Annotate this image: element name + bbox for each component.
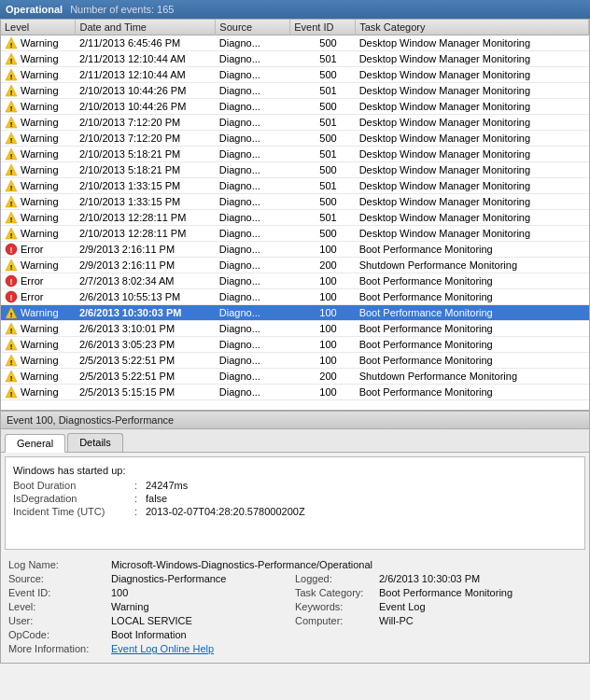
boot-duration-row: Boot Duration : 24247ms [13,480,577,491]
svg-text:!: ! [10,136,13,145]
tab-details[interactable]: Details [67,433,123,452]
log-name-row: Log Name: Microsoft-Windows-Diagnostics-… [8,559,582,570]
table-row[interactable]: !Warning2/10/2013 7:12:20 PMDiagno...501… [1,115,589,131]
level-cell: !Warning [1,67,76,83]
table-row[interactable]: !Warning2/10/2013 5:18:21 PMDiagno...500… [1,162,589,178]
table-row[interactable]: !Warning2/10/2013 12:28:11 PMDiagno...50… [1,210,589,226]
table-body: !Warning2/11/2013 6:45:46 PMDiagno...500… [1,35,589,400]
col-eventid[interactable]: Event ID [290,20,356,35]
table-row[interactable]: !Warning2/6/2013 3:05:23 PMDiagno...100B… [1,337,589,353]
svg-text:!: ! [10,105,13,113]
svg-text:!: ! [10,293,13,302]
datetime-cell: 2/11/2013 12:10:44 AM [76,67,216,83]
event-id-cell: 501 [290,178,356,194]
table-row[interactable]: !Error2/7/2013 8:02:34 AMDiagno...100Boo… [1,273,589,289]
table-row[interactable]: !Warning2/10/2013 12:28:11 PMDiagno...50… [1,226,589,242]
level-cell: !Warning [1,321,76,337]
event-id-cell: 500 [290,162,356,178]
table-row[interactable]: !Warning2/5/2013 5:22:51 PMDiagno...200S… [1,369,589,385]
event-id-cell: 501 [290,210,356,226]
svg-text:!: ! [10,343,13,351]
level-text: Warning [21,259,59,271]
svg-text:!: ! [10,89,13,97]
svg-text:!: ! [10,168,13,176]
table-row[interactable]: !Warning2/10/2013 7:12:20 PMDiagno...500… [1,131,589,147]
event-id-cell: 500 [290,35,356,51]
level-cell: !Warning [1,337,76,353]
table-row[interactable]: !Warning2/5/2013 5:22:51 PMDiagno...100B… [1,353,589,369]
level-cell: !Error [1,242,76,258]
datetime-cell: 2/10/2013 12:28:11 PM [76,210,216,226]
more-info-link[interactable]: Event Log Online Help [111,643,582,654]
task-category-label: Task Category: [295,587,379,598]
col-level[interactable]: Level [1,20,76,35]
category-cell: Desktop Window Manager Monitoring [356,99,589,115]
table-row[interactable]: !Warning2/6/2013 3:10:01 PMDiagno...100B… [1,321,589,337]
table-row[interactable]: !Warning2/10/2013 1:33:15 PMDiagno...500… [1,194,589,210]
category-cell: Desktop Window Manager Monitoring [356,51,589,67]
svg-text:!: ! [10,311,13,319]
category-cell: Boot Performance Monitoring [356,321,589,337]
datetime-cell: 2/10/2013 7:12:20 PM [76,131,216,147]
level-col: Level: Warning [8,601,295,612]
level-text: Warning [21,307,59,318]
boot-duration-label: Boot Duration [13,480,134,491]
level-cell: !Error [1,289,76,305]
level-cell: !Warning [1,83,76,99]
incident-time-sep: : [134,506,146,517]
table-row[interactable]: !Warning2/11/2013 12:10:44 AMDiagno...50… [1,67,589,83]
tab-general[interactable]: General [5,434,65,453]
event-id-cell: 100 [290,321,356,337]
table-row[interactable]: !Warning2/5/2013 5:15:15 PMDiagno...100B… [1,385,589,400]
table-row[interactable]: !Warning2/6/2013 10:30:03 PMDiagno...100… [1,305,589,321]
event-table: Level Date and Time Source Event ID Task… [1,20,589,400]
table-row[interactable]: !Warning2/9/2013 2:16:11 PMDiagno...200S… [1,258,589,273]
incident-time-row: Incident Time (UTC) : 2013-02-07T04:28:2… [13,506,577,517]
level-text: Warning [21,37,59,49]
meta-section: Log Name: Microsoft-Windows-Diagnostics-… [1,553,589,663]
table-row[interactable]: !Warning2/10/2013 10:44:26 PMDiagno...50… [1,83,589,99]
task-category-value: Boot Performance Monitoring [379,587,582,598]
event-count-label: Number of events: 165 [70,4,174,15]
level-text: Warning [21,355,59,366]
boot-duration-sep: : [134,480,146,491]
svg-text:!: ! [10,277,13,287]
category-cell: Boot Performance Monitoring [356,289,589,305]
level-cell: !Warning [1,385,76,400]
datetime-cell: 2/6/2013 3:05:23 PM [76,337,216,353]
event-id-cell: 500 [290,226,356,242]
table-row[interactable]: !Error2/6/2013 10:55:13 PMDiagno...100Bo… [1,289,589,305]
source-cell: Diagno... [216,178,290,194]
source-cell: Diagno... [216,258,290,273]
table-row[interactable]: !Warning2/10/2013 1:33:15 PMDiagno...501… [1,178,589,194]
event-id-cell: 200 [290,258,356,273]
table-row[interactable]: !Warning2/11/2013 6:45:46 PMDiagno...500… [1,35,589,51]
table-row[interactable]: !Warning2/10/2013 10:44:26 PMDiagno...50… [1,99,589,115]
col-category[interactable]: Task Category [356,20,589,35]
level-cell: !Warning [1,131,76,147]
isdegradation-value: false [146,493,167,504]
source-logged-row: Source: Diagnostics-Performance Logged: … [8,573,582,584]
computer-col: Computer: Will-PC [295,615,582,626]
datetime-cell: 2/9/2013 2:16:11 PM [76,242,216,258]
table-row[interactable]: !Error2/9/2013 2:16:11 PMDiagno...100Boo… [1,242,589,258]
svg-text:!: ! [10,216,13,224]
opcode-value: Boot Information [111,629,582,640]
datetime-cell: 2/10/2013 10:44:26 PM [76,99,216,115]
level-cell: !Warning [1,147,76,162]
level-cell: !Warning [1,115,76,131]
table-row[interactable]: !Warning2/11/2013 12:10:44 AMDiagno...50… [1,51,589,67]
col-source[interactable]: Source [216,20,290,35]
source-cell: Diagno... [216,305,290,321]
datetime-cell: 2/10/2013 1:33:15 PM [76,194,216,210]
svg-text:!: ! [10,120,13,129]
col-datetime[interactable]: Date and Time [76,20,216,35]
level-cell: !Warning [1,210,76,226]
svg-text:!: ! [10,374,13,383]
event-id-cell: 501 [290,115,356,131]
level-text: Warning [21,117,59,128]
source-label: Source: [8,573,111,584]
log-name-value: Microsoft-Windows-Diagnostics-Performanc… [111,559,582,570]
event-id-cell: 501 [290,147,356,162]
table-row[interactable]: !Warning2/10/2013 5:18:21 PMDiagno...501… [1,147,589,162]
